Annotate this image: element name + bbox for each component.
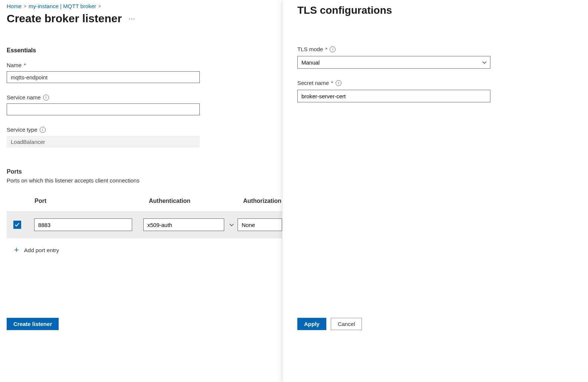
column-header-authentication: Authentication	[149, 198, 243, 204]
required-asterisk: *	[24, 62, 26, 68]
service-type-field: Service type i	[7, 126, 282, 148]
tls-mode-select-wrap	[297, 56, 490, 69]
add-port-label: Add port entry	[24, 247, 59, 253]
essentials-heading: Essentials	[7, 47, 282, 54]
ports-description: Ports on which this listener accepts cli…	[7, 177, 282, 184]
add-port-entry[interactable]: + Add port entry	[14, 246, 282, 254]
required-asterisk: *	[325, 46, 327, 52]
chevron-right-icon: >	[24, 4, 26, 9]
main-footer: Create listener	[7, 318, 59, 330]
info-icon[interactable]: i	[330, 46, 336, 52]
tls-mode-label-text: TLS mode	[297, 46, 323, 52]
more-icon[interactable]: ···	[128, 15, 135, 23]
chevron-down-icon	[229, 222, 234, 228]
tls-side-panel: TLS configurations TLS mode * i Secret n…	[282, 0, 588, 382]
name-label: Name *	[7, 62, 282, 68]
page-title-row: Create broker listener ···	[7, 12, 282, 25]
info-icon[interactable]: i	[40, 127, 46, 133]
secret-name-label-text: Secret name	[297, 80, 329, 86]
authorization-select[interactable]	[238, 218, 282, 231]
ports-section: Ports Ports on which this listener accep…	[7, 168, 282, 254]
port-input[interactable]	[34, 218, 132, 231]
panel-footer: Apply Cancel	[297, 318, 362, 330]
authentication-select-wrap	[143, 218, 238, 231]
breadcrumb-home[interactable]: Home	[7, 3, 22, 9]
name-label-text: Name	[7, 62, 22, 68]
service-name-input[interactable]	[7, 103, 200, 115]
ports-header-row: Port Authentication Authorization	[7, 198, 282, 204]
service-name-label-text: Service name	[7, 94, 41, 101]
service-type-label: Service type i	[7, 126, 282, 133]
essentials-section: Essentials Name * Service name i Service…	[7, 47, 282, 148]
authentication-select[interactable]	[143, 218, 224, 231]
service-type-label-text: Service type	[7, 126, 37, 133]
info-icon[interactable]: i	[43, 95, 49, 101]
table-row	[7, 211, 282, 238]
check-icon	[14, 222, 20, 227]
panel-title: TLS configurations	[297, 4, 573, 16]
apply-button[interactable]: Apply	[297, 318, 326, 330]
create-listener-button[interactable]: Create listener	[7, 318, 59, 330]
row-checkbox[interactable]	[13, 221, 21, 229]
tls-mode-select[interactable]	[297, 56, 490, 69]
name-input[interactable]	[7, 71, 200, 83]
service-name-field: Service name i	[7, 94, 282, 115]
cancel-button[interactable]: Cancel	[331, 318, 362, 330]
secret-name-input[interactable]	[297, 90, 490, 102]
breadcrumb: Home > my-instance | MQTT broker >	[7, 3, 282, 9]
service-type-input	[7, 136, 200, 148]
info-icon[interactable]: i	[336, 80, 342, 86]
tls-mode-field: TLS mode * i	[297, 46, 573, 69]
tls-mode-label: TLS mode * i	[297, 46, 573, 52]
name-field: Name *	[7, 62, 282, 83]
main-panel: Home > my-instance | MQTT broker > Creat…	[0, 0, 282, 382]
authorization-select-wrap	[238, 218, 282, 231]
service-name-label: Service name i	[7, 94, 282, 101]
required-asterisk: *	[331, 80, 333, 86]
column-header-port: Port	[35, 198, 149, 204]
chevron-right-icon: >	[98, 4, 101, 9]
plus-icon: +	[14, 246, 19, 254]
column-header-authorization: Authorization	[243, 198, 282, 204]
secret-name-field: Secret name * i	[297, 80, 573, 102]
ports-heading: Ports	[7, 168, 282, 175]
breadcrumb-instance[interactable]: my-instance | MQTT broker	[29, 3, 96, 9]
page-title: Create broker listener	[7, 12, 122, 25]
secret-name-label: Secret name * i	[297, 80, 573, 86]
